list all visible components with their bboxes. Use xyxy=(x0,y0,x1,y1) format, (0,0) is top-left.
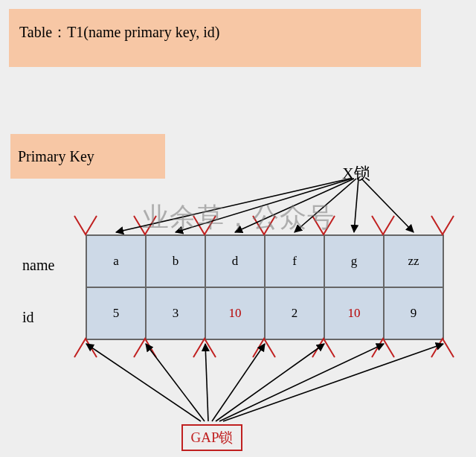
svg-line-6 xyxy=(86,344,201,421)
bottom-v-marks xyxy=(74,339,454,357)
cell-name-1: b xyxy=(146,235,205,287)
cell-name-2: d xyxy=(205,235,265,287)
cell-id-3: 2 xyxy=(265,287,324,339)
arrow-overlay xyxy=(0,0,476,457)
primary-key-box: Primary Key xyxy=(10,134,165,179)
svg-line-0 xyxy=(116,179,350,232)
cell-name-3: f xyxy=(265,235,324,287)
svg-line-11 xyxy=(219,344,384,421)
svg-line-5 xyxy=(361,179,414,232)
cell-id-0: 5 xyxy=(86,287,146,339)
cell-id-2: 10 xyxy=(205,287,265,339)
svg-line-1 xyxy=(176,179,352,232)
cell-name-5: zz xyxy=(384,235,443,287)
svg-line-10 xyxy=(216,344,324,421)
svg-line-9 xyxy=(212,344,265,421)
cell-id-5: 9 xyxy=(384,287,443,339)
watermark: 业余草，公众号 xyxy=(0,199,476,236)
data-table: a b d f g zz 5 3 10 2 10 9 xyxy=(86,234,444,340)
top-v-marks xyxy=(74,216,454,234)
row-label-id: id xyxy=(22,309,34,326)
svg-line-8 xyxy=(205,344,208,421)
row-label-name: name xyxy=(22,257,54,274)
svg-line-2 xyxy=(235,179,354,232)
table-schema-header: Table：T1(name primary key, id) xyxy=(9,9,421,67)
x-lock-arrows xyxy=(116,179,414,232)
svg-line-12 xyxy=(223,344,443,421)
cell-name-4: g xyxy=(324,235,384,287)
x-lock-label: X锁 xyxy=(342,162,370,185)
svg-line-4 xyxy=(354,179,358,232)
gap-lock-label: GAP锁 xyxy=(181,424,242,451)
svg-line-3 xyxy=(295,179,356,232)
cell-id-4: 10 xyxy=(324,287,384,339)
gap-lock-arrows xyxy=(86,344,443,421)
cell-id-1: 3 xyxy=(146,287,205,339)
svg-line-7 xyxy=(146,344,205,421)
cell-name-0: a xyxy=(86,235,146,287)
